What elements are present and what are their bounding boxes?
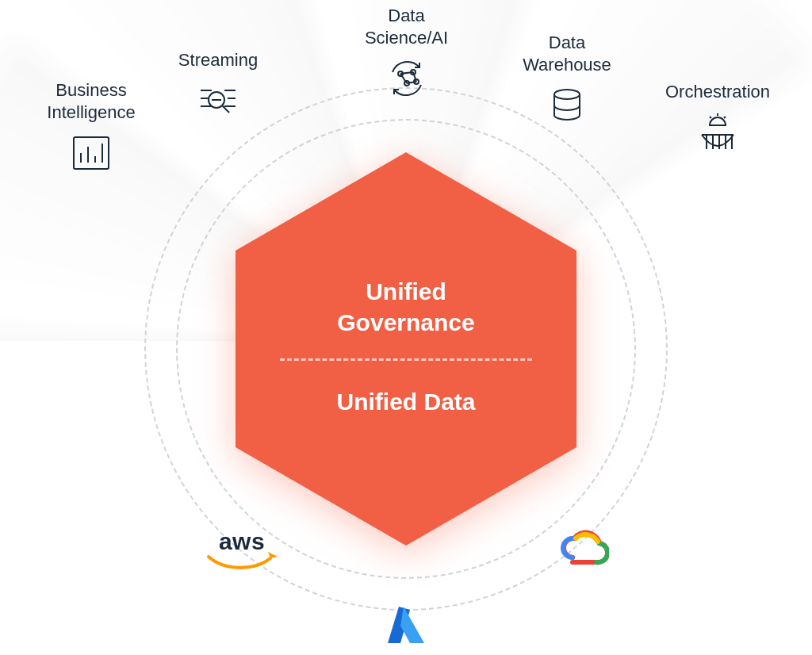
provider-aws: aws — [194, 523, 289, 579]
svg-point-16 — [554, 90, 580, 99]
capability-label: Orchestration — [665, 81, 770, 103]
capability-business-intelligence: Business Intelligence — [28, 79, 155, 175]
aws-wordmark: aws — [219, 528, 265, 555]
hex-top-title: Unified Governance — [337, 265, 474, 358]
capability-label: Data Science/AI — [365, 5, 448, 48]
architecture-diagram: Business Intelligence Streaming — [0, 0, 812, 655]
capability-label: Data Warehouse — [523, 32, 611, 75]
capability-label: Business Intelligence — [47, 79, 135, 123]
center-hexagon: Unified Governance Unified Data — [236, 152, 576, 546]
capability-data-science-ai: Data Science/AI — [333, 5, 480, 101]
capability-label: Streaming — [178, 49, 258, 71]
svg-rect-0 — [74, 137, 109, 169]
capability-orchestration: Orchestration — [642, 81, 793, 155]
google-cloud-icon — [557, 526, 609, 569]
provider-azure — [382, 603, 430, 650]
database-icon — [545, 83, 589, 128]
gear-bridge-icon — [695, 111, 740, 155]
aws-smile-icon — [205, 552, 278, 574]
bar-chart-icon — [69, 131, 113, 175]
azure-icon — [383, 603, 429, 649]
provider-google-cloud — [555, 523, 611, 571]
capability-data-warehouse: Data Warehouse — [500, 32, 634, 128]
stream-search-icon — [196, 79, 240, 124]
svg-line-13 — [400, 74, 407, 83]
capability-streaming: Streaming — [159, 49, 278, 124]
hex-bottom-title: Unified Data — [336, 361, 475, 433]
network-cycle-icon — [385, 56, 429, 101]
